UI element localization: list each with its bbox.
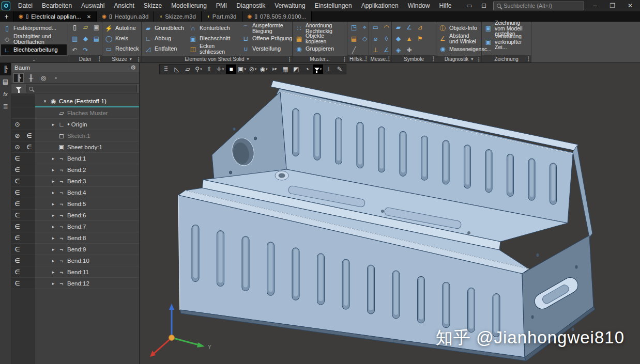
expand-arrow-icon[interactable]: ▸ [51, 247, 56, 252]
expand-arrow-icon[interactable]: ▾ [42, 99, 48, 104]
save-as-icon[interactable]: ◆ [82, 35, 89, 42]
expand-arrow-icon[interactable]: ▸ [51, 270, 56, 275]
symbol-rotate-icon[interactable]: ∠ [405, 23, 413, 31]
mode-wireframe-surfaces[interactable]: ◇ Drahtgitter und Oberflächen [1, 34, 67, 44]
layers-panel-button[interactable]: ≣ [0, 100, 11, 113]
local-system-icon[interactable]: ◇ [361, 35, 369, 42]
symbol-weld-icon[interactable]: ◈ [394, 46, 402, 54]
element-icon[interactable]: ∈ [11, 198, 23, 210]
document-tab[interactable]: ◉▯Electrical applian...✕ [13, 11, 97, 22]
tree-row-bend-11[interactable]: ∈▸⌐Bend:11 [11, 266, 139, 278]
shaded-view-icon[interactable]: ■ [226, 65, 236, 74]
grid-icon[interactable]: ▦ [280, 65, 291, 74]
symbol-datum-icon[interactable]: ◆ [394, 35, 402, 42]
save-icon[interactable]: ▣ [93, 23, 100, 31]
expand-arrow-icon[interactable]: ▸ [51, 201, 56, 207]
mode-solid-modeling[interactable]: ▯ Festkörpermod... [1, 23, 67, 34]
tree-row-bend-7[interactable]: ∈▸⌐Bend:7 [11, 221, 139, 232]
measure-arrow-icon[interactable]: ∠ [383, 46, 390, 54]
symbol-leader-icon[interactable]: ⊿ [416, 23, 424, 31]
measure-check-icon[interactable]: ⊥ [372, 46, 379, 54]
expand-arrow-icon[interactable]: ▸ [51, 258, 56, 263]
ribbon-button-circle[interactable]: ◯Kreis [105, 34, 139, 44]
ribbon-button-open-emboss[interactable]: ⊔Offene Prägung [242, 34, 289, 44]
tree-row-bend-2[interactable]: ∈▸⌐Bend:2 [11, 164, 139, 176]
expand-arrow-icon[interactable]: ▸ [51, 190, 56, 195]
variables-panel-button[interactable]: fx [0, 88, 11, 100]
measure-point-icon[interactable]: ◊ [383, 35, 390, 42]
zoom-icon[interactable]: ⚲▾ [193, 65, 204, 74]
open-folder-icon[interactable]: ▱ [82, 23, 89, 31]
save-all-icon[interactable]: ▤ [93, 35, 100, 42]
maximize-button[interactable]: ❐ [606, 2, 619, 9]
options-box-icon[interactable]: ⊡ [479, 2, 489, 9]
symbol-slope-icon[interactable]: ▲ [405, 35, 413, 42]
section-view-icon[interactable]: ✂ [269, 65, 280, 74]
ribbon-button-formed-bend[interactable]: ⌒Ausgeformte Biegung [242, 23, 289, 34]
model-right-rim[interactable] [573, 146, 592, 238]
ribbon-button-rectangle[interactable]: ▭Rechteck [105, 44, 139, 54]
eye-icon[interactable]: ⊙ [11, 141, 23, 153]
tree-row-bend-5[interactable]: ∈▸⌐Bend:5 [11, 198, 139, 210]
print-icon[interactable]: ▥ [71, 35, 79, 42]
measure-curve-icon[interactable]: ◠ [383, 23, 390, 31]
element-icon[interactable]: ∈ [11, 153, 23, 164]
menu-bearbeiten[interactable]: Bearbeiten [37, 1, 77, 10]
new-document-icon[interactable]: ▯ [71, 23, 79, 31]
window-layout-icon[interactable]: ▭ [464, 2, 475, 9]
close-button[interactable]: ✕ [623, 2, 637, 9]
ribbon-button-contour-sheet[interactable]: ∩Konturblech [189, 23, 240, 34]
element-icon[interactable]: ∈ [23, 130, 35, 141]
ribbon-button-drawing-from-model[interactable]: ▣Zeichnung vom Modell erstellen [484, 23, 528, 34]
tree-row-bend-1[interactable]: ∈▸⌐Bend:1 [11, 153, 139, 164]
menu-verwaltung[interactable]: Verwaltung [270, 1, 310, 10]
grip-dots-icon[interactable]: ⠿ [161, 65, 171, 74]
ribbon-button-mass-properties[interactable]: ◉Masseneigensc... [439, 44, 479, 54]
menu-applikationen[interactable]: Applikationen [357, 1, 403, 10]
construction-line-icon[interactable]: ╱ [350, 46, 358, 54]
expand-arrow-icon[interactable]: ▸ [51, 235, 56, 241]
viewport-3d[interactable]: Y ⠿◺▱⚲▾⇧✛▾■▣▾⊘▾◉▾✂▦◩◔▾⊥✎ 知乎 @Jianhongwei… [140, 63, 640, 364]
menu-modellierung[interactable]: Modellierung [166, 1, 211, 10]
tree-view-structure-icon[interactable]: ╠ [13, 73, 24, 83]
layers-icon[interactable]: ▤ [350, 35, 358, 42]
tab-close-icon[interactable]: ✕ [87, 14, 91, 20]
ribbon-button-autoline[interactable]: ⚡Autoline [105, 23, 139, 34]
ribbon-button-linked-drawings[interactable]: ▣Verwaltung verknüpfter Zei... [484, 37, 528, 47]
tree-row-sheet-body-1[interactable]: ⊙∈▣Sheet body:1 [11, 141, 139, 153]
wireframe-view-icon[interactable]: ▣▾ [237, 65, 247, 74]
hide-objects-icon[interactable]: ⊘▾ [248, 65, 258, 74]
expand-arrow-icon[interactable]: ▸ [51, 167, 56, 172]
sketch-plane-icon[interactable]: ◺ [172, 65, 182, 74]
element-icon[interactable]: ∈ [23, 141, 35, 153]
tree-view-relations-icon[interactable]: ◎ [38, 73, 49, 83]
ribbon-button-close-corners[interactable]: ◫Ecken schliessen [189, 44, 240, 54]
element-icon[interactable]: ∈ [11, 187, 23, 198]
tree-view-selection-icon[interactable]: ▫ [51, 73, 61, 83]
tree-panel-button[interactable]: ╠ [0, 63, 11, 75]
clip-volume-icon[interactable]: ◩ [291, 65, 301, 74]
menu-window[interactable]: Window [403, 1, 435, 10]
measure-diameter-icon[interactable]: ⌀ [372, 35, 379, 42]
ribbon-button-sheet-cut[interactable]: ▣Blechschnitt [189, 34, 240, 44]
ribbon-button-base-sheet[interactable]: ▰Grundblech [144, 23, 187, 34]
tree-row-bend-3[interactable]: ∈▸⌐Bend:3 [11, 176, 139, 187]
document-tab[interactable]: ◖Part.m3d [202, 11, 242, 22]
menu-skizze[interactable]: Skizze [139, 1, 166, 10]
redo-icon[interactable]: ↷ [82, 46, 89, 54]
symbol-pin-icon[interactable]: ▰ [394, 23, 402, 31]
filter-icon[interactable]: ▾ [313, 65, 323, 74]
ribbon-button-unfold[interactable]: ◿Entfalten [144, 44, 187, 54]
orientation-icon[interactable]: ✛▾ [215, 65, 225, 74]
3d-model-canvas[interactable]: Y [140, 63, 640, 364]
tree-row-bend-6[interactable]: ∈▸⌐Bend:6 [11, 210, 139, 221]
tree-row-origin[interactable]: ⊙▸∟●Origin [11, 119, 139, 130]
ribbon-button-rect-pattern[interactable]: ∷Anordnung Rechteckig [295, 23, 344, 34]
menu-auswahl[interactable]: Auswahl [77, 1, 109, 10]
tree-row-bend-9[interactable]: ∈▸⌐Bend:9 [11, 244, 139, 255]
element-icon[interactable]: ∈ [11, 255, 23, 266]
gear-icon[interactable]: ⚙ [130, 64, 136, 71]
menu-diagnostik[interactable]: Diagnostik [232, 1, 270, 10]
document-tab[interactable]: ◉▯078.505.9.0100... [242, 11, 312, 22]
expand-arrow-icon[interactable]: ▸ [51, 281, 56, 286]
